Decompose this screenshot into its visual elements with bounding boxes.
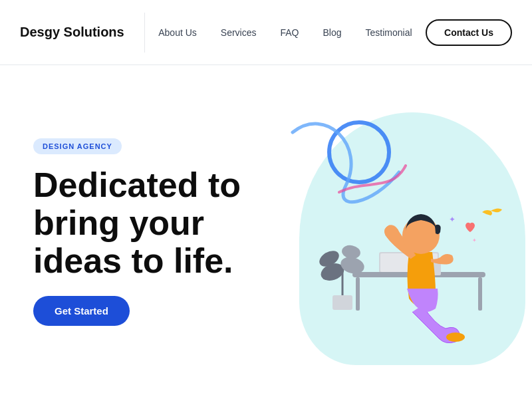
svg-text:✦: ✦ xyxy=(472,237,477,243)
logo-area: Desgy Solutions xyxy=(20,13,145,53)
nav-item-blog[interactable]: Blog xyxy=(323,27,342,38)
header: Desgy Solutions About Us Services FAQ Bl… xyxy=(0,0,532,65)
nav: About Us Services FAQ Blog Testimonial xyxy=(145,27,426,38)
nav-item-faq[interactable]: FAQ xyxy=(281,27,299,38)
illustration-container: ✦ ✦ xyxy=(273,92,525,372)
svg-rect-2 xyxy=(356,277,360,311)
nav-item-about[interactable]: About Us xyxy=(158,27,197,38)
hero-badge: DESIGN AGENCY xyxy=(33,138,122,154)
logo: Desgy Solutions xyxy=(20,25,124,40)
hero-content: DESIGN AGENCY Dedicated to bring your id… xyxy=(33,138,273,327)
svg-point-14 xyxy=(446,332,465,342)
nav-item-testimonial[interactable]: Testimonial xyxy=(366,27,412,38)
svg-text:✦: ✦ xyxy=(449,215,456,224)
contact-button[interactable]: Contact Us xyxy=(426,19,512,46)
hero-section: DESIGN AGENCY Dedicated to bring your id… xyxy=(0,65,532,399)
nav-item-services[interactable]: Services xyxy=(221,27,257,38)
hero-title: Dedicated to bring your ideas to life. xyxy=(33,166,273,281)
get-started-button[interactable]: Get Started xyxy=(33,296,130,326)
decorative-curves xyxy=(286,106,419,239)
hero-illustration: ✦ ✦ xyxy=(273,65,525,399)
svg-rect-7 xyxy=(332,295,352,310)
svg-rect-3 xyxy=(478,277,482,311)
svg-point-12 xyxy=(340,244,361,261)
